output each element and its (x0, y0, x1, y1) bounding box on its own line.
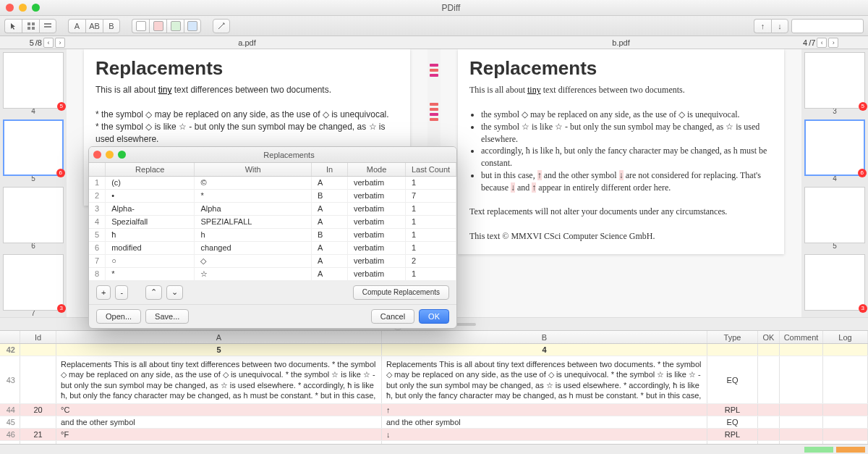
diff-row[interactable]: 4420°C↑RPL (0, 404, 868, 416)
diff-badge: 5 (57, 102, 66, 111)
right-page-title: Replacements (469, 55, 773, 81)
thumbnail[interactable] (804, 187, 865, 243)
right-thumbnail-strip: 536453 (801, 49, 868, 317)
diff-table-header: Id A B Type OK Comment Log (0, 331, 868, 344)
mode-b[interactable]: B (103, 19, 120, 33)
left-page-total: /8 (35, 38, 42, 47)
thumbnail[interactable]: 6 (804, 119, 865, 176)
left-thumbnail-strip: 5465637 (0, 49, 67, 317)
swatch-green[interactable] (166, 19, 184, 33)
left-doc-name: a.pdf (67, 38, 427, 47)
diff-row[interactable]: 45and the other symboland the other symb… (0, 416, 868, 429)
page-header-row: 5 /8 ‹ › a.pdf b.pdf 4 /7 ‹ › (0, 36, 868, 49)
diff-badge: 5 (859, 102, 867, 111)
dialog-zoom[interactable] (118, 151, 126, 159)
svg-rect-2 (27, 27, 30, 30)
thumbnail[interactable]: 3 (3, 254, 64, 311)
window-title: PDiff (40, 3, 862, 13)
replacements-dialog: Replacements Replace With In Mode Last C… (88, 146, 457, 329)
color-swatches (132, 19, 201, 33)
status-bar (0, 444, 868, 454)
thumbnail[interactable]: 5 (804, 52, 865, 109)
cancel-button[interactable]: Cancel (371, 309, 414, 324)
titlebar: PDiff (0, 0, 868, 16)
right-document-view[interactable]: Replacements This is all about tiny text… (441, 49, 801, 317)
diff-badge: 6 (858, 169, 867, 177)
diff-badge: 3 (57, 304, 66, 313)
wand-tool[interactable] (213, 19, 230, 33)
left-page-number: 5 (30, 38, 34, 47)
zoom-window[interactable] (32, 4, 40, 12)
close-window[interactable] (6, 4, 14, 12)
tiny-link[interactable]: tiny (527, 85, 541, 95)
tiny-link[interactable]: tiny (158, 85, 172, 95)
thumbnail[interactable]: 5 (3, 52, 64, 109)
swatch-white[interactable] (132, 19, 149, 33)
mode-ab[interactable]: AB (85, 19, 103, 33)
left-page-title: Replacements (95, 55, 399, 81)
search-input[interactable] (791, 19, 864, 33)
diff-table: Id A B Type OK Comment Log 425443Replace… (0, 330, 868, 454)
remove-row-button[interactable]: - (115, 285, 128, 300)
compute-button[interactable]: Compute Replacements (353, 285, 449, 300)
diff-badge: 3 (859, 304, 867, 313)
window-controls (6, 4, 40, 12)
bullet-line: but in this case, ↑ and the other symbol… (481, 169, 773, 194)
thumbnail[interactable]: 6 (3, 119, 64, 176)
dialog-minimize[interactable] (106, 151, 114, 159)
dialog-close[interactable] (93, 151, 101, 159)
grid-tool[interactable] (22, 19, 39, 33)
right-page-number: 4 (803, 38, 807, 47)
right-doc-name: b.pdf (441, 38, 801, 47)
replacements-table[interactable]: Replace With In Mode Last Count 1(c)©Ave… (89, 163, 456, 281)
right-subtitle: This is all about tiny text differences … (469, 84, 773, 96)
left-subtitle: This is all about tiny text differences … (95, 84, 399, 96)
mode-a[interactable]: A (68, 19, 85, 33)
list-tool[interactable] (39, 19, 56, 33)
replacement-row[interactable]: 2•*Bverbatim7 (89, 189, 456, 202)
diff-row[interactable]: 4254 (0, 344, 868, 356)
move-down-button[interactable]: ⌄ (166, 285, 183, 300)
right-prev-page[interactable]: ‹ (817, 38, 827, 48)
replacement-row[interactable]: 3Alpha-AlphaAverbatim1 (89, 202, 456, 215)
bullet-line: the symbol ☆ is like ☆ - but only the su… (481, 121, 773, 146)
right-next-page[interactable]: › (828, 38, 838, 48)
bullet-line: * the symbol ◇ may be replaced on any si… (95, 109, 399, 121)
open-button[interactable]: Open... (96, 309, 141, 324)
move-up-button[interactable]: ⌃ (145, 285, 162, 300)
diff-row[interactable]: 43Replacements This is all about tiny te… (0, 356, 868, 404)
svg-rect-4 (44, 23, 51, 25)
right-bullets: the symbol ◇ may be replaced on any side… (469, 109, 773, 194)
bullet-line: * the symbol ◇ is like ☆ - but only the … (95, 121, 399, 146)
nav-up-button[interactable]: ↑ (754, 19, 771, 33)
left-next-page[interactable]: › (55, 38, 65, 48)
svg-rect-5 (44, 26, 51, 28)
svg-rect-0 (27, 22, 30, 25)
swatch-blue[interactable] (184, 19, 201, 33)
swatch-pink[interactable] (149, 19, 166, 33)
thumbnail[interactable] (3, 187, 64, 243)
thumbnail[interactable]: 3 (804, 254, 865, 311)
right-page-total: /7 (809, 38, 815, 47)
right-line5: Text replacements will not alter your do… (469, 206, 773, 218)
save-button[interactable]: Save... (145, 309, 189, 324)
replacement-row[interactable]: 5ħhBverbatim1 (89, 228, 456, 241)
svg-rect-3 (32, 27, 35, 30)
replacement-row[interactable]: 7○◇Averbatim2 (89, 254, 456, 267)
replacement-row[interactable]: 6modifiedchangedAverbatim1 (89, 241, 456, 254)
replacement-row[interactable]: 8*☆Averbatim1 (89, 267, 456, 280)
minimize-window[interactable] (19, 4, 27, 12)
left-prev-page[interactable]: ‹ (43, 38, 54, 48)
svg-rect-1 (32, 22, 35, 25)
color-square-icon (136, 21, 146, 31)
diff-row[interactable]: 4621°F↓RPL (0, 429, 868, 441)
color-square-icon (153, 21, 163, 31)
ok-button[interactable]: OK (419, 309, 449, 324)
add-row-button[interactable]: + (96, 285, 111, 300)
status-green (804, 447, 833, 453)
diff-badge: 6 (56, 169, 65, 177)
replacement-row[interactable]: 1(c)©Averbatim1 (89, 176, 456, 189)
replacement-row[interactable]: 4SpezialfallSPEZIALFALLAverbatim1 (89, 215, 456, 228)
pointer-tool[interactable] (4, 19, 22, 33)
nav-down-button[interactable]: ↓ (771, 19, 788, 33)
